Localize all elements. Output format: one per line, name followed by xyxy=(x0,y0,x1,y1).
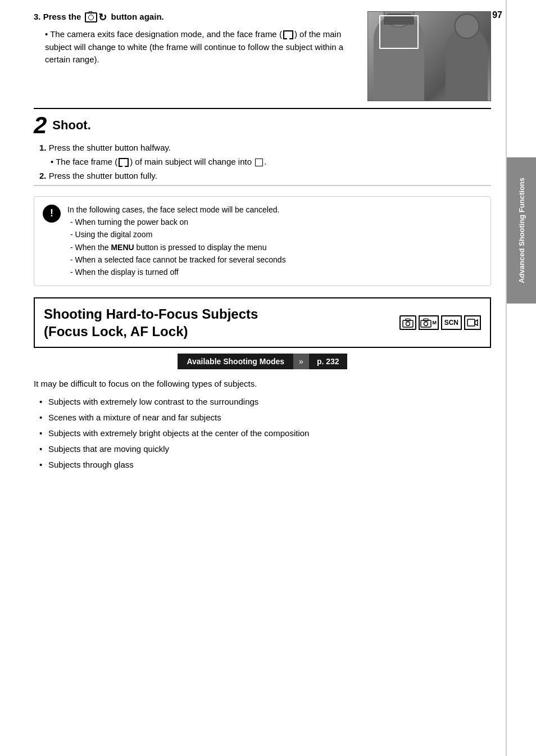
modes-bar-container: Available Shooting Modes » p. 232 xyxy=(34,354,491,369)
shoot-substep1: 1. Press the shutter button halfway. xyxy=(39,143,491,152)
warning-box: ! In the following cases, the face selec… xyxy=(34,196,491,286)
camera-om-svg xyxy=(420,318,431,328)
movie-svg xyxy=(467,318,478,327)
face-frame-white xyxy=(379,15,419,49)
page-number: 97 xyxy=(492,10,502,20)
section-title-text: Shooting Hard-to-Focus Subjects (Focus L… xyxy=(44,305,390,340)
difficulty-item-1: Subjects with extremely low contrast to … xyxy=(39,395,491,409)
step2-header: 2 Shoot. xyxy=(34,114,491,137)
mode-icons-group: M SCN xyxy=(399,315,481,330)
step3-text: 3. Press the ↻ button again. The camera … xyxy=(34,11,356,69)
corner-frame-icon xyxy=(283,30,293,39)
person2-body xyxy=(446,28,488,101)
shoot-bullet1: The face frame () of main subject will c… xyxy=(51,156,491,169)
corner-frame-icon2 xyxy=(119,158,129,167)
difficulty-item-2: Scenes with a mixture of near and far su… xyxy=(39,411,491,424)
step3-title: 3. Press the ↻ button again. xyxy=(34,11,356,24)
section-divider xyxy=(34,108,491,109)
step2-title: Shoot. xyxy=(52,118,90,133)
mode-icon-scn: SCN xyxy=(441,315,462,330)
warning-intro: In the following cases, the face select … xyxy=(67,203,286,216)
photo-simulation xyxy=(368,12,490,101)
difficulty-item-5: Subjects through glass xyxy=(39,458,491,472)
step3-bullet: The camera exits face designation mode, … xyxy=(45,28,356,66)
mode-icon-movie xyxy=(464,315,481,330)
warning-item-5: - When the display is turned off xyxy=(70,266,286,278)
step3-section: 3. Press the ↻ button again. The camera … xyxy=(34,11,491,101)
mode-icon-auto xyxy=(399,315,416,330)
shoot-steps: 1. Press the shutter button halfway. The… xyxy=(39,143,491,180)
mode-icon-om: M xyxy=(419,315,439,330)
person2-head xyxy=(454,13,479,39)
available-modes-label: Available Shooting Modes xyxy=(178,354,293,369)
warning-item-3: - When the MENU button is pressed to dis… xyxy=(70,241,286,253)
difficulty-list: Subjects with extremely low contrast to … xyxy=(39,395,491,472)
svg-rect-4 xyxy=(424,319,428,321)
main-content: 3. Press the ↻ button again. The camera … xyxy=(34,11,491,472)
modes-bar-page: p. 232 xyxy=(309,354,347,369)
svg-point-2 xyxy=(406,322,410,326)
difficulty-item-3: Subjects with extremely bright objects a… xyxy=(39,427,491,440)
step3-photo xyxy=(367,11,491,101)
square-box-icon xyxy=(255,159,263,166)
modes-bar: Available Shooting Modes » p. 232 xyxy=(178,354,347,369)
svg-point-5 xyxy=(424,322,428,326)
svg-rect-1 xyxy=(406,319,410,321)
shooting-section-box: Shooting Hard-to-Focus Subjects (Focus L… xyxy=(34,297,491,348)
svg-rect-6 xyxy=(467,319,475,326)
step2-number: 2 xyxy=(34,114,47,137)
section-title-h2: Shooting Hard-to-Focus Subjects (Focus L… xyxy=(44,305,390,340)
shoot-substep1-bullets: The face frame () of main subject will c… xyxy=(51,156,491,169)
warning-item-4: - When a selected face cannot be tracked… xyxy=(70,253,286,266)
step3-bullets: The camera exits face designation mode, … xyxy=(45,28,356,66)
shoot-substep2: 2. Press the shutter button fully. xyxy=(39,171,491,180)
shoot-bottom-border xyxy=(34,185,491,186)
side-tab: Advanced Shooting Functions xyxy=(507,157,536,304)
difficulty-item-4: Subjects that are moving quickly xyxy=(39,442,491,456)
warning-item-1: - When turning the power back on xyxy=(70,216,286,228)
warning-item-2: - Using the digital zoom xyxy=(70,228,286,241)
modes-bar-chevron: » xyxy=(293,354,309,369)
warning-icon: ! xyxy=(43,205,61,223)
warning-text: In the following cases, the face select … xyxy=(67,203,286,279)
section-intro: It may be difficult to focus on the foll… xyxy=(34,377,491,391)
page-border-line xyxy=(506,0,507,756)
side-tab-label: Advanced Shooting Functions xyxy=(517,178,526,283)
camera-svg xyxy=(402,318,414,328)
